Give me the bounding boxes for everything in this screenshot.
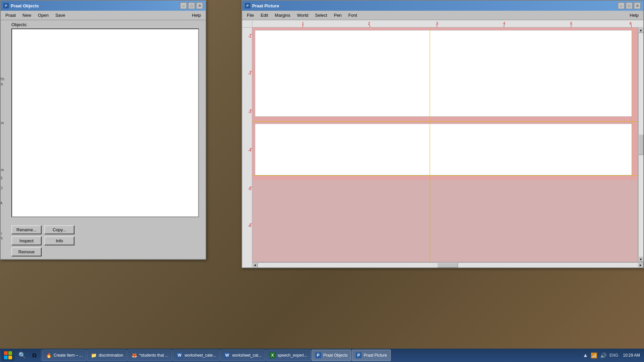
taskbar: 🔍 ⧉ 🔥 Create Item – ... 📁 discrimination… (0, 349, 644, 362)
windows-logo-sq1 (4, 351, 8, 355)
taskbar-btn-speech[interactable]: X speech_experi... (266, 350, 311, 361)
scroll-up-arrow[interactable]: ▲ (638, 27, 644, 33)
windows-logo (4, 351, 12, 359)
side-text-the: th (1, 82, 3, 86)
x-tick-5: 5 (570, 21, 572, 25)
system-tray: ▲ 📶 🔊 ENG (580, 352, 621, 359)
side-text-re: R (1, 236, 3, 240)
menu-font[interactable]: Font (345, 11, 361, 19)
btn-row-3: Remove (11, 247, 202, 256)
plot-rect-lower (255, 124, 632, 175)
y-tick-4: -4 (248, 148, 251, 152)
scroll-left-arrow[interactable]: ◄ (252, 262, 258, 268)
object-list[interactable] (11, 28, 199, 217)
network-icon[interactable]: 📶 (591, 352, 597, 359)
objects-menu-bar: Praat New Open Save Help (1, 11, 206, 20)
maximize-button[interactable]: □ (188, 2, 195, 9)
taskbar-btn-students[interactable]: 🦊 *students that ... (127, 350, 172, 361)
picture-minimize-button[interactable]: – (618, 2, 625, 9)
vertical-scrollbar[interactable]: ▲ ▼ (638, 27, 643, 262)
horizontal-scrollbar[interactable]: ◄ ► (252, 262, 643, 267)
copy-button[interactable]: Copy... (44, 225, 74, 234)
speech-icon: X (270, 352, 276, 358)
menu-new[interactable]: New (19, 11, 35, 19)
lang-indicator[interactable]: ENG (609, 353, 618, 358)
windows-logo-sq4 (8, 356, 12, 359)
worksheet2-icon: W (224, 352, 230, 358)
titlebar-left: P Praat Objects (3, 3, 39, 8)
praat-objects-title: Praat Objects (11, 3, 39, 8)
side-text-a: A (1, 201, 2, 205)
inspect-button[interactable]: Inspect (11, 236, 42, 245)
picture-window-titlebar: P Praat Picture – □ ✕ (242, 1, 643, 11)
praat-objects-window: P Praat Objects – □ ✕ Praat New Open Sav… (0, 0, 206, 260)
side-text-th: Th (1, 77, 4, 81)
canvas-area: 1 2 3 4 5 6 (252, 20, 643, 267)
scroll-right-arrow[interactable]: ► (638, 262, 643, 268)
side-text-s: S (1, 176, 2, 180)
taskbar-btn-praat-picture[interactable]: P Praat Picture (352, 350, 390, 361)
yellow-h-line-2 (252, 175, 638, 176)
remove-button[interactable]: Remove (11, 247, 42, 256)
menu-help[interactable]: Help (189, 11, 204, 19)
window-titlebar: P Praat Objects – □ ✕ (1, 1, 206, 11)
menu-edit[interactable]: Edit (257, 11, 271, 19)
side-text-psy2: ps (1, 168, 4, 172)
picture-titlebar-controls: – □ ✕ (618, 2, 641, 9)
taskbar-btn-discrimination[interactable]: 📁 discrimination (87, 350, 127, 361)
menu-praat[interactable]: Praat (2, 11, 19, 19)
start-button[interactable] (1, 350, 15, 361)
side-text-n: n (1, 231, 2, 235)
discrimination-icon: 📁 (91, 352, 97, 358)
scroll-thumb-v[interactable] (639, 135, 643, 155)
buttons-area: Rename... Copy... Inspect Info Remove (8, 223, 206, 259)
picture-canvas-wrapper: -1 -2 -3 -4 -5 -6 1 2 (242, 20, 643, 267)
info-button[interactable]: Info (44, 236, 74, 245)
taskbar-clock[interactable]: 10:29 AM (623, 353, 640, 358)
picture-canvas[interactable] (252, 27, 638, 262)
x-tick-3: 3 (436, 21, 438, 25)
taskbar-btn-worksheet2-label: worksheet_cat... (232, 353, 261, 358)
x-ruler: 1 2 3 4 5 6 (252, 20, 643, 27)
menu-pen[interactable]: Pen (330, 11, 345, 19)
students-icon: 🦊 (131, 352, 137, 358)
menu-open[interactable]: Open (35, 11, 52, 19)
praat-objects-icon: P (315, 352, 321, 358)
menu-file[interactable]: File (244, 11, 257, 19)
yellow-v-line-1 (430, 27, 430, 262)
taskbar-btn-worksheet1[interactable]: W worksheet_cate... (173, 350, 220, 361)
praat-picture-window: P Praat Picture – □ ✕ File Edit Margins … (241, 0, 644, 268)
menu-margins[interactable]: Margins (271, 11, 293, 19)
speaker-icon[interactable]: 🔊 (600, 352, 607, 359)
close-button[interactable]: ✕ (196, 2, 203, 9)
y-tick-2: -2 (248, 71, 251, 75)
task-view-quick-btn[interactable]: ⧉ (29, 350, 40, 361)
taskbar-right: ▲ 📶 🔊 ENG 10:29 AM (580, 352, 643, 359)
menu-select[interactable]: Select (312, 11, 330, 19)
picture-maximize-button[interactable]: □ (626, 2, 633, 9)
taskbar-btn-praat-objects[interactable]: P Praat Objects (312, 350, 352, 361)
rename-button[interactable]: Rename... (11, 225, 42, 234)
worksheet1-icon: W (176, 352, 182, 358)
taskbar-btn-praat-picture-label: Praat Picture (364, 353, 387, 358)
taskbar-btn-discrimination-label: discrimination (99, 353, 123, 358)
taskbar-btn-worksheet2[interactable]: W worksheet_cat... (220, 350, 265, 361)
plot-rect-upper (255, 30, 632, 117)
search-quick-btn[interactable]: 🔍 (17, 350, 28, 361)
clock-time: 10:29 AM (623, 353, 640, 358)
y-tick-3: -3 (248, 110, 251, 114)
scroll-thumb-h[interactable] (438, 263, 458, 267)
taskbar-btn-create-item[interactable]: 🔥 Create Item – ... (42, 350, 86, 361)
menu-world[interactable]: World (294, 11, 312, 19)
y-ruler: -1 -2 -3 -4 -5 -6 (242, 20, 252, 267)
taskbar-btn-speech-label: speech_experi... (278, 353, 307, 358)
minimize-button[interactable]: – (180, 2, 187, 9)
scroll-down-arrow[interactable]: ▼ (638, 257, 644, 262)
taskbar-btn-worksheet1-label: worksheet_cate... (184, 353, 216, 358)
y-tick-5: -5 (248, 187, 251, 191)
menu-picture-help[interactable]: Help (626, 11, 642, 19)
menu-save[interactable]: Save (52, 11, 69, 19)
btn-row-1: Rename... Copy... (11, 225, 202, 234)
picture-close-button[interactable]: ✕ (634, 2, 641, 9)
notification-icon[interactable]: ▲ (583, 352, 588, 358)
